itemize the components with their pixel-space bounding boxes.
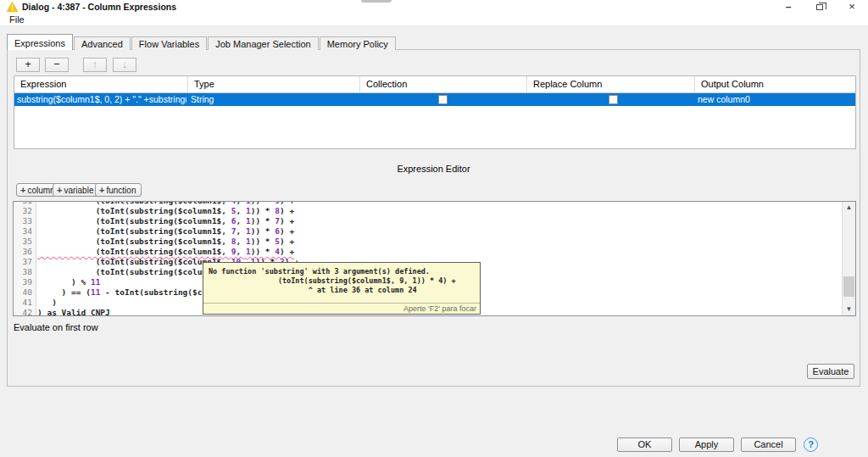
title-bar: Dialog - 4:387 - Column Expressions – × [0, 0, 868, 14]
menu-bar: File [0, 14, 868, 26]
plus-icon: + [20, 185, 25, 195]
line-number: 39 [14, 277, 36, 287]
apply-button[interactable]: Apply [679, 437, 734, 452]
editor-gutter: 313233343536373839404142 [14, 202, 36, 315]
tab-flow-variables[interactable]: Flow Variables [131, 36, 207, 50]
dialog-window: Dialog - 4:387 - Column Expressions – × … [0, 0, 868, 457]
editor-scrollbar[interactable]: ▲ ▼ [842, 202, 855, 315]
evaluate-note: Evaluate on first row [14, 322, 98, 332]
maximize-button[interactable] [807, 0, 832, 14]
close-button[interactable]: × [839, 0, 865, 14]
line-number: 36 [14, 247, 36, 257]
line-number: 34 [14, 226, 36, 237]
help-button[interactable]: ? [804, 437, 818, 452]
expressions-table: Expression Type Collection Replace Colum… [14, 75, 856, 149]
line-number: 40 [14, 287, 36, 298]
ok-button[interactable]: OK [617, 437, 672, 452]
code-line: (toInt(substring($column1$, 9, 1)) * 4) … [37, 247, 841, 257]
replace-column-checkbox[interactable] [609, 95, 618, 104]
tab-job-manager-selection[interactable]: Job Manager Selection [208, 36, 319, 50]
column-header-replace[interactable]: Replace Column [527, 76, 695, 92]
scroll-up-icon[interactable]: ▲ [843, 202, 855, 214]
tab-memory-policy[interactable]: Memory Policy [320, 36, 396, 50]
expressions-panel: + − ↑ ↓ Expression Type Collection Repla… [7, 49, 860, 387]
row-output: new column0 [695, 94, 854, 104]
code-line: (toInt(substring($column1$, 5, 1)) * 8) … [37, 206, 841, 216]
column-header-expression[interactable]: Expression [14, 76, 188, 92]
menu-file[interactable]: File [7, 14, 27, 25]
plus-icon: + [99, 185, 104, 195]
column-header-output[interactable]: Output Column [695, 76, 855, 92]
window-title: Dialog - 4:387 - Column Expressions [22, 2, 176, 12]
error-tooltip: No function 'substring' with 3 argument(… [203, 262, 481, 315]
row-type: String [188, 94, 358, 104]
tab-advanced[interactable]: Advanced [74, 36, 131, 50]
column-header-type[interactable]: Type [188, 76, 360, 92]
move-down-button[interactable]: ↓ [113, 58, 136, 72]
error-location: ^ at line 36 at column 24 [209, 286, 476, 295]
row-expression: substring($column1$, 0, 2) + "." +substr… [14, 94, 186, 104]
tab-expressions[interactable]: Expressions [7, 34, 73, 50]
error-tooltip-body: No function 'substring' with 3 argument(… [203, 263, 480, 295]
line-number: 41 [14, 298, 36, 308]
minimize-button[interactable]: – [776, 0, 801, 14]
warning-icon [7, 2, 18, 12]
table-row[interactable]: substring($column1$, 0, 2) + "." +substr… [14, 93, 855, 106]
editor-gutter-lines: 313233343536373839404142 [14, 202, 36, 315]
screen-artifact [361, 0, 392, 3]
add-expression-button[interactable]: + [16, 58, 40, 72]
line-number: 38 [14, 267, 36, 277]
tooltip-focus-hint: Aperte 'F2' para focar [203, 303, 480, 314]
column-header-collection[interactable]: Collection [360, 76, 527, 92]
insert-variable-button[interactable]: +variable [53, 183, 99, 197]
remove-expression-button[interactable]: − [45, 58, 69, 72]
error-message: No function 'substring' with 3 argument(… [209, 267, 476, 276]
error-code-line: (toInt(substring($column1$, 9, 1)) * 4) … [209, 276, 476, 286]
scrollbar-thumb[interactable] [843, 276, 854, 297]
expression-editor-title: Expression Editor [8, 164, 860, 174]
line-number: 32 [14, 206, 36, 216]
plus-icon: + [57, 185, 62, 195]
tab-bar: ExpressionsAdvancedFlow VariablesJob Man… [7, 34, 397, 50]
scroll-down-icon[interactable]: ▼ [843, 304, 855, 315]
code-line: (toInt(substring($column1$, 8, 1)) * 5) … [37, 237, 841, 247]
evaluate-button[interactable]: Evaluate [807, 364, 854, 379]
line-number: 35 [14, 237, 36, 247]
line-number: 42 [14, 308, 36, 315]
code-line: (toInt(substring($column1$, 6, 1)) * 7) … [37, 216, 841, 226]
insert-function-button[interactable]: +function [95, 183, 142, 197]
maximize-icon [816, 4, 823, 10]
line-number: 37 [14, 257, 36, 267]
move-up-button[interactable]: ↑ [83, 58, 107, 72]
code-line: (toInt(substring($column1$, 7, 1)) * 6) … [37, 226, 841, 237]
line-number: 33 [14, 216, 36, 226]
cancel-button[interactable]: Cancel [741, 437, 796, 452]
collection-checkbox[interactable] [438, 95, 448, 104]
